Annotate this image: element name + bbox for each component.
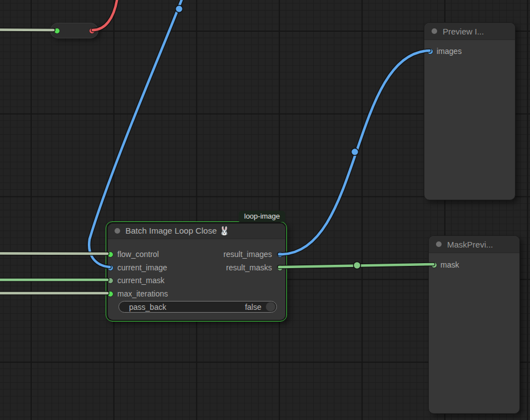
link-into-collapsed-node[interactable]: [0, 30, 53, 31]
input-slot-current-image[interactable]: [107, 265, 113, 271]
widget-pass-back-toggle-knob[interactable]: [266, 302, 275, 312]
link-result-images-to-preview[interactable]: [279, 51, 429, 254]
input-slot-current-mask[interactable]: [107, 278, 113, 284]
input-slot-images[interactable]: [427, 48, 433, 55]
input-slot-dot[interactable]: [54, 28, 60, 34]
input-label-max-iterations: max_iterations: [117, 289, 168, 298]
input-label-flow-control: flow_control: [117, 250, 159, 259]
input-label-mask: mask: [440, 260, 459, 269]
input-slot-flow-control[interactable]: [107, 251, 113, 258]
node-collapsed[interactable]: [50, 23, 98, 38]
node-graph-canvas[interactable]: loop-image Batch Image Loop Close 🐰 flow…: [0, 0, 530, 420]
output-label-result-masks: result_masks: [226, 263, 272, 272]
node-header[interactable]: Preview I...: [424, 23, 515, 40]
node-header[interactable]: Batch Image Loop Close 🐰: [108, 224, 285, 239]
node-preview-image[interactable]: Preview I... images: [424, 22, 516, 200]
node-title: Batch Image Loop Close 🐰: [126, 226, 230, 236]
input-slot-mask[interactable]: [431, 262, 437, 268]
widget-pass-back-value: false: [245, 303, 261, 312]
input-slot-max-iterations[interactable]: [107, 291, 113, 297]
widget-pass-back[interactable]: pass_back false: [118, 301, 277, 313]
output-label-result-images: result_images: [224, 250, 272, 259]
group-tab-loop-image[interactable]: loop-image: [239, 211, 285, 222]
node-batch-image-loop-close[interactable]: loop-image Batch Image Loop Close 🐰 flow…: [106, 221, 287, 322]
input-label-current-mask: current_mask: [117, 276, 165, 285]
collapse-dot[interactable]: [432, 28, 437, 34]
node-mask-preview[interactable]: MaskPrevi... mask: [428, 235, 520, 414]
link-midpoint-dot-green[interactable]: [354, 262, 361, 269]
input-label-images: images: [437, 47, 462, 56]
input-label-current-image: current_image: [117, 263, 167, 272]
collapse-dot[interactable]: [115, 228, 120, 234]
widget-pass-back-name: pass_back: [129, 303, 245, 312]
output-slot-result-images[interactable]: [277, 251, 283, 258]
link-result-masks-to-maskpreview[interactable]: [279, 264, 433, 267]
link-into-flow-control[interactable]: [0, 254, 107, 254]
collapse-dot[interactable]: [436, 241, 442, 247]
output-slot-dot[interactable]: [89, 28, 95, 34]
link-midpoint-dot-blue-top[interactable]: [176, 6, 183, 13]
node-title: Preview I...: [443, 27, 484, 36]
node-title: MaskPrevi...: [447, 240, 493, 249]
node-header[interactable]: MaskPrevi...: [429, 236, 519, 253]
link-midpoint-dot-blue-right[interactable]: [351, 149, 359, 156]
output-slot-result-masks[interactable]: [277, 265, 283, 271]
